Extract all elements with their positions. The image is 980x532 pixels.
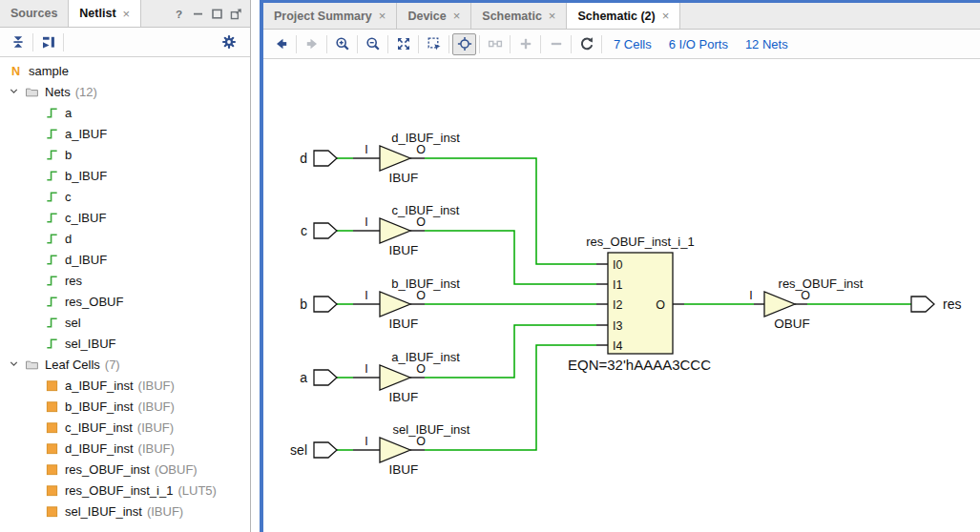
- port-c[interactable]: [314, 223, 337, 238]
- port-res[interactable]: [911, 297, 934, 312]
- port-d[interactable]: [314, 151, 337, 166]
- regenerate-layout-button[interactable]: [574, 33, 598, 55]
- io-ports-link[interactable]: 6 I/O Ports: [669, 37, 728, 51]
- tree-item-d[interactable]: d: [0, 228, 250, 249]
- scroll-to-selected-button[interactable]: [36, 31, 60, 53]
- cells-link[interactable]: 7 Cells: [614, 37, 652, 51]
- tree-item-res-obuf[interactable]: res_OBUF: [0, 291, 250, 312]
- symbol-type-label: IBUF: [389, 171, 419, 185]
- zoom-in-button[interactable]: [330, 33, 354, 55]
- editor-tab-device[interactable]: Device×: [397, 3, 471, 29]
- regenerate-icon: [579, 36, 594, 51]
- schematic-drawing: d_IBUF_instIBUFIOc_IBUF_instIBUFIOb_IBUF…: [263, 59, 980, 532]
- tree-item-a-ibuf[interactable]: a_IBUF: [0, 123, 250, 144]
- collapse-all-icon: [10, 34, 26, 50]
- tree-item-nets[interactable]: Nets(12): [0, 81, 250, 102]
- editor-tab-project-summary[interactable]: Project Summary×: [263, 3, 397, 29]
- symbol-type-label: IBUF: [389, 317, 419, 331]
- autofit-selection-icon: [457, 36, 472, 51]
- maximize-icon: [210, 7, 224, 21]
- zoom-in-icon: [335, 36, 350, 51]
- tree-item-b[interactable]: b: [0, 144, 250, 165]
- tree-item-sel-ibuf-inst[interactable]: sel_IBUF_inst(IBUF): [0, 501, 250, 522]
- tree-item-c-ibuf-inst[interactable]: c_IBUF_inst(IBUF): [0, 417, 250, 438]
- minimize-button[interactable]: [189, 5, 207, 23]
- cell-icon: [45, 441, 59, 456]
- tree-item-label: a: [65, 106, 72, 120]
- tree-item-d-ibuf-inst[interactable]: d_IBUF_inst(IBUF): [0, 438, 250, 459]
- tree-item-res[interactable]: res: [0, 270, 250, 291]
- folder-icon: [25, 358, 39, 372]
- gear-icon: [221, 34, 237, 50]
- back-button[interactable]: [269, 33, 293, 55]
- tree-item-label: c_IBUF: [65, 211, 106, 225]
- zoom-to-selection-button[interactable]: [422, 33, 446, 55]
- tree-item-a[interactable]: a: [0, 102, 250, 123]
- symbol-sel_IBUF_inst[interactable]: [380, 438, 410, 462]
- symbol-a_IBUF_inst[interactable]: [380, 365, 410, 390]
- help-button[interactable]: ?: [170, 5, 188, 23]
- tab-close-icon[interactable]: ×: [123, 8, 131, 20]
- port-sel[interactable]: [314, 442, 337, 458]
- symbol-b_IBUF_inst[interactable]: [380, 292, 410, 317]
- symbol-res_OBUF_inst[interactable]: [764, 292, 795, 317]
- tree-item-label: b_IBUF: [65, 169, 107, 183]
- editor-tab-schematic[interactable]: Schematic×: [471, 3, 567, 29]
- tree-item-label: b_IBUF_inst: [65, 399, 134, 414]
- tree-item-label: sel_IBUF_inst: [65, 504, 142, 519]
- net-icon: [45, 232, 59, 246]
- maximize-button[interactable]: [208, 5, 226, 23]
- expand-cone-button: [483, 33, 507, 55]
- cell-icon: [45, 483, 59, 498]
- lut-output-label: O: [656, 298, 665, 312]
- tree-item-a-ibuf-inst[interactable]: a_IBUF_inst(IBUF): [0, 375, 250, 396]
- tab-close-icon[interactable]: ×: [453, 10, 461, 22]
- tree-item-sel-ibuf[interactable]: sel_IBUF: [0, 333, 250, 354]
- net-icon: [44, 168, 59, 183]
- symbol-d_IBUF_inst[interactable]: [380, 146, 410, 171]
- left-tab-netlist[interactable]: Netlist×: [69, 0, 141, 27]
- net-icon: [45, 106, 59, 120]
- zoom-fit-button[interactable]: [391, 33, 415, 55]
- forward-arrow-icon: [304, 36, 320, 51]
- symbol-c_IBUF_inst[interactable]: [380, 218, 410, 243]
- folder-icon: [24, 357, 39, 372]
- settings-button[interactable]: [217, 31, 240, 53]
- tab-close-icon[interactable]: ×: [662, 10, 670, 22]
- tree-item-res-obuf-inst[interactable]: res_OBUF_inst(OBUF): [0, 459, 250, 480]
- left-tab-sources[interactable]: Sources: [0, 0, 69, 27]
- tab-label: Device: [407, 10, 446, 23]
- nets-link[interactable]: 12 Nets: [745, 37, 788, 51]
- port-b[interactable]: [314, 297, 337, 312]
- editor-tab-schematic-2-[interactable]: Schematic (2)×: [567, 3, 680, 29]
- tree-item-sel[interactable]: sel: [0, 312, 250, 333]
- expander-chevron-down-icon[interactable]: [8, 358, 22, 372]
- autofit-selection-button[interactable]: [452, 33, 476, 55]
- tree-item-d-ibuf[interactable]: d_IBUF: [0, 249, 250, 270]
- chevron-down-icon: [8, 358, 20, 370]
- tree-item-b-ibuf[interactable]: b_IBUF: [0, 165, 250, 186]
- schematic-canvas[interactable]: d_IBUF_instIBUFIOc_IBUF_instIBUFIOb_IBUF…: [263, 59, 980, 532]
- zoom-out-button[interactable]: [361, 33, 385, 55]
- tree-item-sample[interactable]: Nsample: [0, 60, 250, 81]
- net-icon: [44, 189, 59, 204]
- tree-item-c[interactable]: c: [0, 186, 250, 207]
- tree-item-b-ibuf-inst[interactable]: b_IBUF_inst(IBUF): [0, 396, 250, 417]
- tree-item-suffix: (IBUF): [138, 399, 175, 414]
- collapse-all-button[interactable]: [6, 31, 30, 53]
- expand-cone-icon: [488, 36, 503, 51]
- tree-item-c-ibuf[interactable]: c_IBUF: [0, 207, 250, 228]
- tab-close-icon[interactable]: ×: [379, 10, 386, 22]
- tree-item-leaf-cells[interactable]: Leaf Cells(7): [0, 354, 250, 375]
- tab-close-icon[interactable]: ×: [549, 10, 556, 22]
- tree-item-label: Leaf Cells: [45, 358, 100, 372]
- port-a[interactable]: [314, 370, 337, 385]
- folder-icon: [25, 85, 39, 99]
- expander-chevron-down-icon[interactable]: [8, 85, 22, 99]
- tree-item-res-obuf-inst-i-1[interactable]: res_OBUF_inst_i_1(LUT5): [0, 480, 250, 501]
- lut-pin-label: I4: [613, 339, 622, 353]
- help-icon: ?: [172, 7, 186, 21]
- net-icon: [44, 315, 59, 330]
- pin-label-out: O: [416, 289, 426, 302]
- float-button[interactable]: [227, 5, 245, 23]
